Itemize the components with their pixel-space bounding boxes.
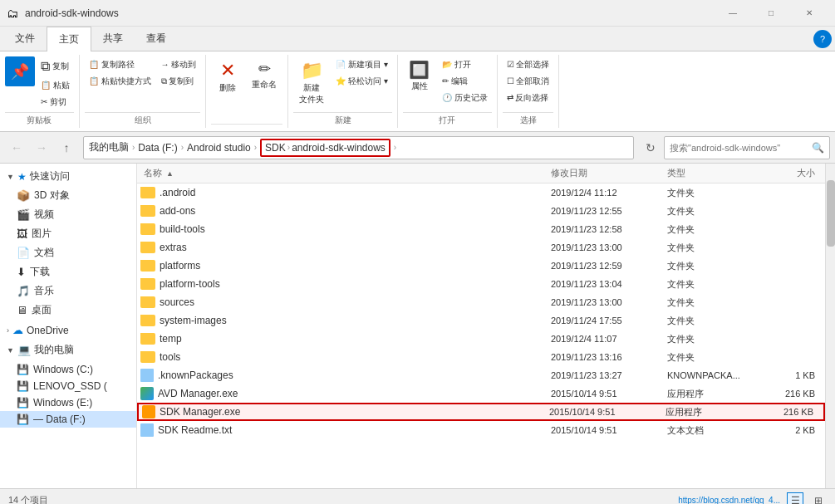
file-row-systemimages[interactable]: system-images 2019/11/24 17:55 文件夹 [137, 311, 825, 330]
desktop-icon: 🖥 [17, 304, 27, 316]
address-bar[interactable]: 我的电脑 › Data (F:) › Android studio › SDK … [83, 136, 634, 159]
mypc-label: 我的电脑 [34, 343, 74, 357]
search-icon: 🔍 [812, 142, 824, 154]
scroll-thumb[interactable] [827, 180, 835, 247]
edit-button[interactable]: ✏ 编辑 [438, 73, 492, 90]
invert-select-button[interactable]: ⇄ 反向选择 [503, 90, 554, 106]
file-row-addons[interactable]: add-ons 2019/11/23 12:55 文件夹 [137, 202, 825, 220]
folder-icon [140, 333, 155, 345]
file-row-android[interactable]: .android 2019/12/4 11:12 文件夹 [137, 183, 825, 202]
select-all-button[interactable]: ☑ 全部选择 [503, 56, 554, 73]
up-button[interactable]: ↑ [55, 136, 78, 159]
copy-to-button[interactable]: ⧉ 复制到 [157, 73, 201, 90]
open-col: 📂 打开 ✏ 编辑 🕐 历史记录 [438, 56, 492, 106]
sidebar-item-drive-c[interactable]: 💾 Windows (C:) [0, 361, 136, 378]
maximize-button[interactable]: □ [752, 0, 790, 27]
list-view-button[interactable]: ☰ [787, 492, 803, 505]
col-size[interactable]: 大小 [767, 167, 825, 179]
file-row-temp[interactable]: temp 2019/12/4 11:07 文件夹 [137, 330, 825, 348]
refresh-button[interactable]: ↻ [639, 136, 662, 159]
onedrive-label: OneDrive [27, 325, 69, 336]
file-row-sdkreadme[interactable]: SDK Readme.txt 2015/10/14 9:51 文本文档 2 KB [137, 421, 825, 439]
sidebar-item-downloads[interactable]: ⬇ 下载 [0, 262, 136, 281]
tab-view[interactable]: 查看 [135, 27, 178, 51]
new-folder-button[interactable]: 📁 新建 文件夹 [293, 56, 330, 109]
copy-path-button[interactable]: 📋 复制路径 [85, 56, 155, 73]
open-label: 打开 [403, 112, 492, 126]
tab-share[interactable]: 共享 [91, 27, 135, 51]
sidebar-section-onedrive: › ☁ OneDrive [0, 321, 136, 339]
sidebar-item-desktop[interactable]: 🖥 桌面 [0, 301, 136, 320]
sidebar-quickaccess-header[interactable]: ▼ ★ 快速访问 [0, 167, 136, 186]
cut-button[interactable]: ✂ 剪切 [37, 94, 74, 110]
exe-icon [140, 387, 154, 400]
sidebar-mypc-header[interactable]: ▼ 💻 我的电脑 [0, 340, 136, 360]
history-button[interactable]: 🕐 历史记录 [438, 90, 492, 106]
group-delete-rename: ✕ 删除 ✏ 重命名 [206, 55, 288, 128]
file-row-knownpackages[interactable]: .knownPackages 2019/11/23 13:27 KNOWNPAC… [137, 366, 825, 384]
tab-file[interactable]: 文件 [3, 27, 47, 51]
easy-access-button[interactable]: ⭐ 轻松访问 ▾ [332, 73, 392, 90]
col-type[interactable]: 类型 [667, 167, 767, 179]
breadcrumb-android-sdk-windows[interactable]: android-sdk-windows [292, 142, 386, 154]
copy-button[interactable]: ⧉复制 [37, 56, 74, 76]
title-bar: 🗂 android-sdk-windows — □ ✕ [0, 0, 835, 27]
txt-icon [140, 423, 154, 437]
new-item-button[interactable]: 📄 新建项目 ▾ [332, 56, 392, 73]
file-list: .android 2019/12/4 11:12 文件夹 add-ons 201… [137, 183, 825, 488]
select-col: ☑ 全部选择 ☐ 全部取消 ⇄ 反向选择 [503, 56, 554, 106]
minimize-button[interactable]: — [714, 0, 752, 27]
sidebar-item-drive-lenovo[interactable]: 💾 LENOVO_SSD ( [0, 378, 136, 394]
scrollbar[interactable] [825, 164, 835, 488]
file-row-buildtools[interactable]: build-tools 2019/11/23 12:58 文件夹 [137, 220, 825, 238]
sidebar-item-documents[interactable]: 📄 文档 [0, 243, 136, 262]
status-bar: 14 个项目 https://blog.csdn.net/qq_4... ☰ ⊞ [0, 488, 835, 504]
folder-icon [140, 260, 155, 272]
quickaccess-label: 快速访问 [30, 169, 70, 183]
file-row-sdkmanager[interactable]: SDK Manager.exe 2015/10/14 9:51 应用程序 216… [137, 403, 825, 421]
paste-button[interactable]: 📋 粘贴 [37, 77, 74, 94]
select-content: ☑ 全部选择 ☐ 全部取消 ⇄ 反向选择 [503, 56, 554, 110]
tab-home[interactable]: 主页 [47, 27, 91, 51]
window-controls: — □ ✕ [714, 0, 828, 27]
deselect-all-button[interactable]: ☐ 全部取消 [503, 73, 554, 90]
file-row-platforms[interactable]: platforms 2019/11/23 12:59 文件夹 [137, 257, 825, 275]
collapse-icon-mypc: ▼ [7, 346, 14, 355]
details-view-button[interactable]: ⊞ [810, 492, 827, 505]
sidebar-item-video[interactable]: 🎬 视频 [0, 205, 136, 224]
file-row-extras[interactable]: extras 2019/11/23 13:00 文件夹 [137, 238, 825, 257]
collapse-icon-onedrive: › [7, 326, 9, 335]
search-input[interactable] [670, 143, 808, 153]
rename-button[interactable]: ✏ 重命名 [246, 56, 282, 94]
sidebar-onedrive-header[interactable]: › ☁ OneDrive [0, 321, 136, 339]
downloads-icon: ⬇ [17, 266, 26, 278]
close-button[interactable]: ✕ [790, 0, 828, 27]
sidebar-item-drive-e[interactable]: 💾 Windows (E:) [0, 394, 136, 411]
breadcrumb-sdk[interactable]: SDK [265, 142, 286, 154]
back-button: ← [5, 136, 28, 159]
title-bar-icons: 🗂 [7, 7, 18, 20]
sidebar-item-music[interactable]: 🎵 音乐 [0, 281, 136, 301]
move-to-button[interactable]: → 移动到 [157, 56, 201, 73]
folder-icon [140, 187, 155, 198]
file-row-sources[interactable]: sources 2019/11/23 13:00 文件夹 [137, 293, 825, 311]
col-date[interactable]: 修改日期 [551, 167, 667, 179]
main-content: ▼ ★ 快速访问 📦 3D 对象 🎬 视频 🖼 图片 📄 文档 ⬇ [0, 164, 835, 488]
file-row-avdmanager[interactable]: AVD Manager.exe 2015/10/14 9:51 应用程序 216… [137, 384, 825, 403]
delete-button[interactable]: ✕ 删除 [211, 56, 244, 97]
help-button[interactable]: ? [813, 30, 832, 48]
open-button[interactable]: 📂 打开 [438, 56, 492, 73]
sidebar-item-drive-f[interactable]: 💾 — Data (F:) [0, 411, 136, 428]
pin-button[interactable]: 📌 [5, 56, 35, 86]
sidebar-item-3d[interactable]: 📦 3D 对象 [0, 186, 136, 205]
forward-button: → [30, 136, 53, 159]
col-name[interactable]: 名称 ▲ [137, 167, 551, 179]
paste-shortcut-button[interactable]: 📋 粘贴快捷方式 [85, 73, 155, 90]
sidebar-section-quickaccess: ▼ ★ 快速访问 📦 3D 对象 🎬 视频 🖼 图片 📄 文档 ⬇ [0, 167, 136, 320]
organize-content: 📋 复制路径 📋 粘贴快捷方式 → 移动到 ⧉ 复制到 [85, 56, 201, 110]
search-bar[interactable]: 🔍 [664, 136, 830, 159]
sidebar-item-pictures[interactable]: 🖼 图片 [0, 224, 136, 243]
file-row-tools[interactable]: tools 2019/11/23 13:16 文件夹 [137, 348, 825, 366]
properties-button[interactable]: 🔲 属性 [403, 56, 436, 95]
file-row-platformtools[interactable]: platform-tools 2019/11/23 13:04 文件夹 [137, 275, 825, 293]
